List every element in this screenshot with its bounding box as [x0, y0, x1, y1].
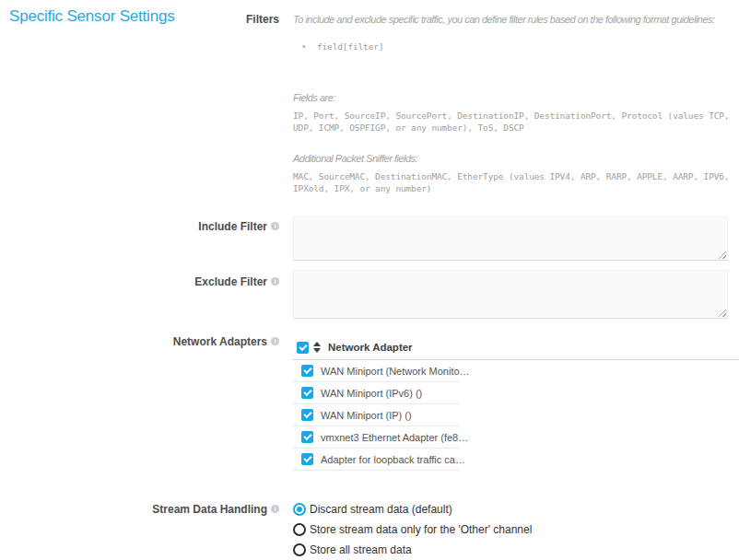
radio-option-discard[interactable]: Discard stream data (default): [293, 499, 739, 519]
exclude-filter-field: [293, 270, 739, 319]
info-icon[interactable]: [271, 505, 279, 513]
include-filter-field: [293, 216, 739, 261]
additional-fields-label: Additional Packet Sniffer fields:: [293, 152, 739, 165]
exclude-filter-row: Exclude Filter: [0, 270, 739, 319]
select-all-checkbox[interactable]: [297, 342, 309, 354]
radio-option-label: Discard stream data (default): [310, 503, 452, 516]
exclude-filter-label: Exclude Filter: [0, 270, 293, 319]
network-adapters-label-text: Network Adapters: [173, 335, 267, 348]
filters-row: Filters To include and exclude specific …: [0, 13, 739, 194]
info-icon[interactable]: [271, 337, 279, 345]
stream-data-handling-label-text: Stream Data Handling: [152, 503, 267, 516]
page-title: Specific Sensor Settings: [9, 7, 174, 26]
sort-down-icon: [313, 348, 321, 353]
sensor-settings-page: Specific Sensor Settings Filters To incl…: [0, 0, 739, 560]
stream-options: Discard stream data (default) Store stre…: [293, 499, 739, 560]
include-filter-input[interactable]: [293, 216, 728, 261]
radio-option-label: Store all stream data: [310, 543, 412, 556]
include-filter-row: Include Filter: [0, 216, 739, 261]
settings-form: Filters To include and exclude specific …: [0, 0, 739, 560]
include-filter-label: Include Filter: [0, 216, 293, 261]
adapter-table-header[interactable]: Network Adapter: [293, 335, 739, 360]
sort-icon[interactable]: [313, 342, 321, 353]
exclude-filter-textarea-wrap: [293, 270, 728, 319]
table-row[interactable]: vmxnet3 Ethernet Adapter (fe8…: [293, 426, 459, 449]
info-icon[interactable]: [271, 277, 279, 286]
adapter-name: WAN Miniport (IP) (): [321, 410, 412, 421]
table-row[interactable]: WAN Miniport (Network Monito…: [293, 360, 459, 382]
radio-option-store-all[interactable]: Store all stream data: [293, 540, 739, 560]
radio-option-label: Store stream data only for the 'Other' c…: [310, 523, 532, 536]
adapter-name: Adapter for loopback traffic ca…: [321, 454, 465, 465]
adapter-checkbox[interactable]: [301, 431, 313, 443]
stream-data-handling-row: Stream Data Handling Discard stream data…: [0, 499, 739, 560]
exclude-filter-label-text: Exclude Filter: [194, 275, 267, 288]
sort-up-icon: [313, 342, 321, 346]
exclude-filter-input[interactable]: [293, 270, 728, 319]
filters-help: To include and exclude specific traffic,…: [293, 13, 739, 194]
info-icon[interactable]: [271, 222, 279, 230]
filter-format-example: field[filter]: [317, 41, 383, 52]
filter-format-bullet: field[filter]: [293, 39, 739, 52]
adapter-table: Network Adapter WAN Miniport (Network Mo…: [293, 335, 739, 471]
adapter-checkbox[interactable]: [301, 387, 313, 399]
adapter-column-header[interactable]: Network Adapter: [328, 342, 413, 353]
network-adapters-table-col: Network Adapter WAN Miniport (Network Mo…: [293, 335, 739, 471]
fields-are-label: Fields are:: [293, 91, 739, 104]
filters-label: Filters: [0, 13, 293, 194]
adapter-checkbox[interactable]: [301, 409, 313, 421]
include-filter-label-text: Include Filter: [198, 220, 267, 233]
filters-guide-text: To include and exclude specific traffic,…: [293, 13, 739, 26]
adapter-checkbox[interactable]: [301, 365, 313, 377]
radio-unselected-icon[interactable]: [293, 543, 306, 556]
radio-selected-icon[interactable]: [293, 503, 306, 516]
table-row[interactable]: Adapter for loopback traffic ca…: [293, 449, 459, 471]
adapter-name: WAN Miniport (IPv6) (): [321, 388, 422, 399]
network-adapters-label: Network Adapters: [0, 335, 293, 471]
filters-label-text: Filters: [246, 13, 279, 26]
adapter-name: WAN Miniport (Network Monito…: [321, 366, 470, 377]
adapter-checkbox[interactable]: [301, 453, 313, 465]
network-adapters-row: Network Adapters Network Adapter WAN: [0, 335, 739, 471]
radio-unselected-icon[interactable]: [293, 523, 306, 536]
adapter-name: vmxnet3 Ethernet Adapter (fe8…: [321, 432, 468, 443]
table-row[interactable]: WAN Miniport (IPv6) (): [293, 382, 459, 404]
additional-fields-list: MAC, SourceMAC, DestinationMAC, EtherTyp…: [293, 170, 739, 194]
fields-list: IP, Port, SourceIP, SourcePort, Destinat…: [293, 110, 739, 134]
include-filter-textarea-wrap: [293, 216, 728, 261]
radio-option-store-other[interactable]: Store stream data only for the 'Other' c…: [293, 519, 739, 540]
table-row[interactable]: WAN Miniport (IP) (): [293, 404, 459, 426]
stream-data-handling-label: Stream Data Handling: [0, 499, 293, 560]
